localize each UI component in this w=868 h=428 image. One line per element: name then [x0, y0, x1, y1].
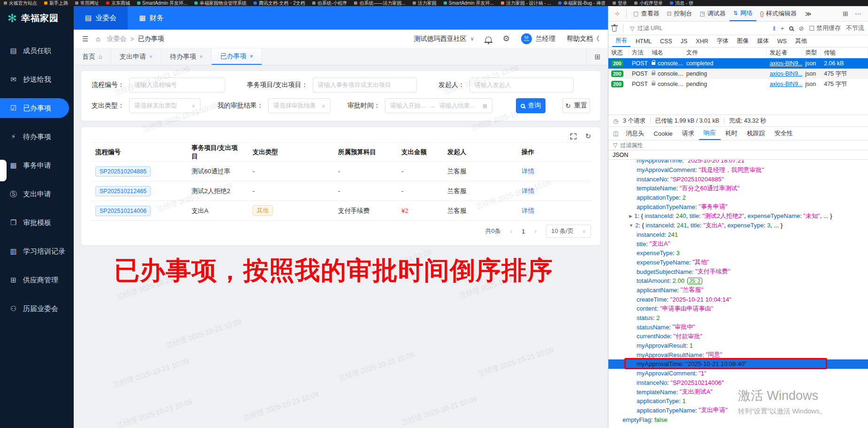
detail-link[interactable]: 详情 [522, 207, 534, 214]
drawer-handle[interactable] [0, 160, 7, 181]
approval-time-range-input[interactable]: 请输入开始... → 请输入结束... ▦ [385, 98, 492, 113]
request-initiator-link[interactable]: axios-BlN9... [769, 81, 802, 87]
json-tree-row[interactable]: myApprovalTime: "2025-10-21 10:08:40" [608, 359, 868, 369]
approval-result-select[interactable]: 请选择审批结果 ∨ [268, 98, 330, 113]
detail-link[interactable]: 详情 [522, 187, 534, 195]
sidebar-menu-item[interactable]: ▥ 学习培训记录 [0, 241, 74, 261]
json-tree-row[interactable]: instanceId: 241 [608, 230, 868, 240]
request-type-tab[interactable]: 所有 [612, 35, 630, 47]
page-size-select[interactable]: 10 条/页 ∨ [546, 225, 591, 238]
network-request-row[interactable]: 200 POST console.... pending axios-BlN9.… [608, 79, 868, 89]
page-tab[interactable]: 已办事项 × [212, 48, 262, 65]
col-type[interactable]: 类型 [802, 47, 821, 58]
responsive-mode-icon[interactable]: ⊞ [843, 10, 848, 17]
json-tree-row[interactable]: instanceNo: "SP202510214006" [608, 378, 868, 388]
filter-properties-input[interactable]: ▽ 过滤属性 [608, 140, 868, 150]
json-tree-row[interactable]: myApprovalTime: "2025-10-20 18:07:21" [608, 160, 868, 165]
json-tree-row[interactable]: status: 2 [608, 313, 868, 323]
block-icon[interactable]: ⊘ [799, 25, 804, 32]
json-tree-row[interactable]: applicantName: "兰客服" [608, 286, 868, 295]
devtools-panel-tab[interactable]: {} 样式编辑器 [756, 6, 800, 21]
devtools-menu-icon[interactable]: ⋯ [855, 10, 861, 17]
process-no-input[interactable]: 请输入流程编号 [129, 78, 225, 93]
bookmark-item[interactable]: 常用网址 [75, 0, 99, 6]
tab-close-icon[interactable]: × [250, 53, 253, 60]
request-detail-tab[interactable]: 消息头 [621, 127, 649, 140]
request-detail-tab[interactable]: 响应 [699, 127, 721, 140]
json-tree-row[interactable]: applicationTypeName: "事务申请" [608, 202, 868, 211]
devtools-panel-tab[interactable]: ▢ 查看器 [630, 6, 663, 21]
search-button[interactable]: 查询 [516, 98, 545, 113]
process-no-tag[interactable]: SP202510204885 [95, 166, 151, 177]
network-request-row[interactable]: 200 POST console.... pending axios-BlN9.… [608, 69, 868, 79]
filter-url-input[interactable]: ▽ 过滤 URL [630, 24, 768, 32]
json-tree-row[interactable]: ▶1: { instanceId: 240, title: "测试2人拒绝2",… [608, 211, 868, 221]
request-type-tab[interactable]: CSS [657, 35, 676, 47]
json-tree-row[interactable]: applicationTypeName: "支出申请" [608, 406, 868, 415]
community-selector[interactable]: 测试德玛西亚社区 ∨ [414, 35, 474, 43]
json-tree-row[interactable]: myApprovalComment: "1" [608, 369, 868, 378]
notification-bell-icon[interactable] [485, 37, 492, 42]
json-tree-row[interactable]: myApprovalComment: "我是经理，我同意审批" [608, 165, 868, 175]
process-no-tag[interactable]: SP202510212465 [95, 186, 151, 196]
gear-icon[interactable]: ⚙ [503, 34, 510, 44]
json-tree-row[interactable]: expenseType: 3 [608, 249, 868, 258]
pick-element-icon[interactable]: ⊹ [611, 6, 623, 21]
bookmark-item[interactable]: 京东商城 [106, 0, 130, 6]
json-tree-row[interactable]: applicationType: 2 [608, 193, 868, 202]
bookmark-item[interactable]: 消息 - 饼 [670, 0, 693, 6]
json-section-header[interactable]: JSON [608, 150, 868, 160]
detail-link[interactable]: 详情 [522, 168, 534, 175]
devtools-panel-tab[interactable]: ◳ 调试器 [696, 6, 729, 21]
tab-close-icon[interactable]: × [200, 54, 203, 60]
json-tree-row[interactable]: expenseTypeName: "其他" [608, 258, 868, 267]
bookmark-item[interactable]: 幸福家园-Bug - 禅道 [558, 0, 606, 6]
col-transferred[interactable]: 传输 [821, 47, 868, 58]
col-initiator[interactable]: 发起者 [767, 47, 802, 58]
bookmark-item[interactable]: 活力家园 - 设计稿 - ... [501, 0, 551, 6]
col-domain[interactable]: 域名 [649, 47, 684, 58]
reset-button[interactable]: ↻ 重置 [562, 98, 590, 113]
request-type-tab[interactable]: WS [774, 35, 790, 47]
bookmark-item[interactable]: SmartAdmin 开发环... [444, 0, 494, 6]
expense-type-select[interactable]: 请选择支出类型 ∨ [129, 98, 200, 113]
sidebar-menu-item[interactable]: ☑ 已办事项 [0, 98, 69, 118]
bookmark-item[interactable]: 小程序登录 [634, 0, 663, 6]
request-type-tab[interactable]: 字体 [714, 35, 732, 47]
sidebar-menu-item[interactable]: ⊞ 供应商管理 [0, 270, 74, 290]
request-detail-tab[interactable]: Cookie [649, 127, 677, 140]
fullscreen-icon[interactable] [570, 133, 576, 140]
page-tab[interactable]: 首页 ⌂ [74, 48, 111, 65]
home-icon[interactable]: ⌂ [96, 35, 100, 43]
json-tree-row[interactable]: totalAmount: 2.00JS: 2 [608, 276, 868, 286]
json-tree-row[interactable]: createTime: "2025-10-21 10:04:14" [608, 295, 868, 304]
request-type-tab[interactable]: 其他 [792, 35, 810, 47]
throttle-select[interactable]: 不节流 [846, 24, 864, 32]
request-type-tab[interactable]: HTML [632, 35, 655, 47]
breadcrumb-root[interactable]: 业委会 [107, 35, 127, 43]
project-input[interactable]: 请输入事务项目或支出项目 [313, 78, 417, 93]
search-icon[interactable] [789, 26, 793, 31]
help-doc-link[interactable]: 帮助文档《 [567, 35, 599, 43]
disable-cache-checkbox[interactable]: ☐ 禁用缓存 [809, 24, 841, 32]
json-tree-row[interactable]: applicationType: 1 [608, 397, 868, 406]
sidebar-menu-item[interactable]: ✉ 抄送给我 [0, 70, 74, 89]
next-page-icon[interactable]: › [535, 227, 537, 235]
user-menu[interactable]: 兰 兰经理 [521, 33, 555, 44]
tab-grid-icon[interactable]: ⊞ [586, 48, 608, 65]
bookmark-item[interactable]: SmartAdmin 开发环... [137, 0, 187, 6]
json-tree-row[interactable]: myApprovalResult: 1 [608, 341, 868, 350]
request-type-tab[interactable]: XHR [692, 35, 711, 47]
top-nav-item[interactable]: ▦ 财务 [128, 6, 175, 30]
request-initiator-link[interactable]: axios-BlN9... [769, 70, 802, 77]
json-tree-row[interactable]: templateName: "支出测试A" [608, 387, 868, 397]
sidebar-menu-item[interactable]: ▦ 事务申请 [0, 156, 74, 175]
col-file[interactable]: 文件 [684, 47, 767, 58]
json-tree-row[interactable]: statusName: "审批中" [608, 322, 868, 332]
bookmark-item[interactable]: 新手上路 [44, 0, 68, 6]
refresh-icon[interactable]: ↻ [585, 132, 591, 140]
json-tree-row[interactable]: instanceNo: "SP202510204885" [608, 174, 868, 184]
request-type-tab[interactable]: 媒体 [754, 35, 772, 47]
request-detail-tab[interactable]: 安全性 [770, 127, 798, 140]
page-number[interactable]: 1 [522, 228, 525, 235]
